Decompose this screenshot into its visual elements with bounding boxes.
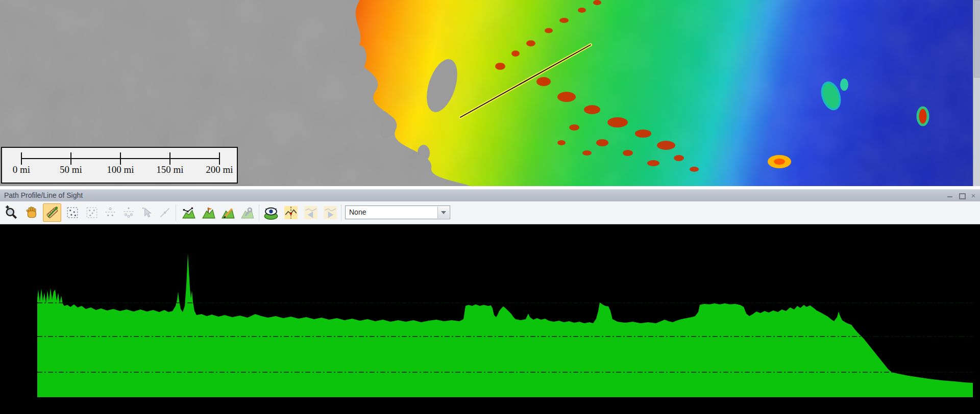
terrain-flag-icon[interactable] xyxy=(200,203,218,222)
combobox-value: None xyxy=(349,208,366,216)
measure-path-icon[interactable] xyxy=(43,203,61,222)
scale-label: 200 mi xyxy=(206,164,233,175)
point-select-alt-icon xyxy=(83,203,101,222)
terrain-draw-icon[interactable] xyxy=(219,203,237,222)
profile-marker-icon[interactable] xyxy=(282,203,300,222)
map-vertical-scrollbar[interactable] xyxy=(973,0,980,186)
profile-plot xyxy=(0,224,980,414)
panel-titlebar: Path Profile/Line of Sight × xyxy=(0,189,980,201)
scale-label: 150 mi xyxy=(156,164,183,175)
next-feature-icon xyxy=(321,203,339,222)
point-select-icon[interactable] xyxy=(63,203,82,222)
scale-label: 0 mi xyxy=(13,164,30,175)
terrain-settings-icon xyxy=(238,203,257,222)
line-point-icon xyxy=(156,203,174,222)
elevation-profile-chart[interactable] xyxy=(0,224,980,414)
prev-feature-icon xyxy=(302,203,320,222)
split-points-icon xyxy=(101,203,119,222)
cursor-point-icon xyxy=(138,203,156,222)
scrollbar-thumb[interactable] xyxy=(974,0,980,77)
map-view[interactable]: 0 mi 50 mi 100 mi 150 mi 200 mi xyxy=(0,0,980,186)
application-window: 0 mi 50 mi 100 mi 150 mi 200 mi Path Pro… xyxy=(0,0,980,414)
panel-title: Path Profile/Line of Sight xyxy=(4,191,83,199)
profile-options-combobox[interactable]: None xyxy=(345,205,450,219)
scale-bar-ruler xyxy=(2,148,237,165)
profile-toolbar: None xyxy=(0,201,980,224)
view-shed-icon[interactable] xyxy=(262,203,280,222)
scale-label: 50 mi xyxy=(60,164,82,175)
close-icon[interactable]: × xyxy=(970,192,977,199)
map-scale-bar: 0 mi 50 mi 100 mi 150 mi 200 mi xyxy=(1,147,238,184)
maximize-icon[interactable] xyxy=(958,192,965,199)
zoom-icon[interactable] xyxy=(2,203,20,222)
path-nodes-icon[interactable] xyxy=(180,203,198,222)
pan-hand-icon[interactable] xyxy=(22,203,41,222)
scale-label: 100 mi xyxy=(107,164,134,175)
minimize-icon[interactable] xyxy=(946,192,953,199)
split-points-alt-icon xyxy=(119,203,138,222)
chevron-down-icon[interactable] xyxy=(437,206,449,218)
elevation-area-series xyxy=(37,253,973,397)
